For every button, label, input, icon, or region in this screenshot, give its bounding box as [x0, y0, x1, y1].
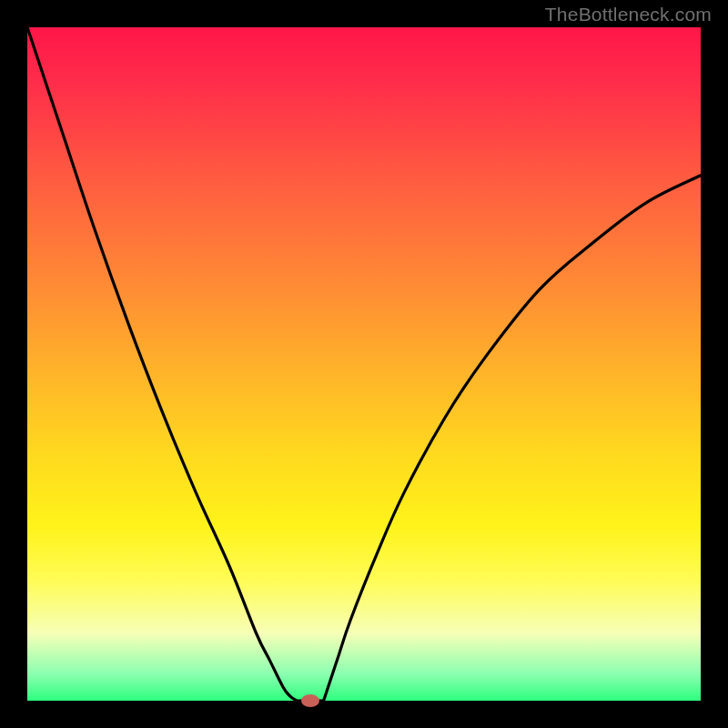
watermark-text: TheBottleneck.com	[545, 4, 712, 25]
plot-area	[27, 27, 701, 701]
valley-marker	[301, 694, 319, 707]
bottleneck-curve	[27, 27, 701, 701]
chart-frame: TheBottleneck.com	[0, 0, 728, 728]
curve-svg	[27, 27, 701, 701]
